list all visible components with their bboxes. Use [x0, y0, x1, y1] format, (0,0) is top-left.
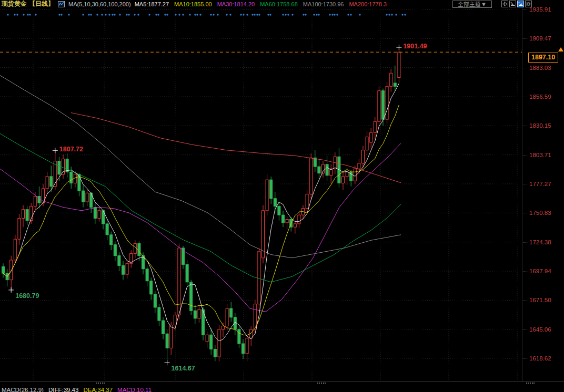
candle	[270, 177, 273, 204]
candle	[290, 217, 293, 231]
event-marker-dot	[240, 14, 241, 15]
event-marker-dot	[16, 14, 18, 15]
candle	[2, 263, 5, 277]
axis-tick-label: 1883.03	[529, 65, 551, 71]
candle	[262, 205, 265, 263]
event-marker-dot	[7, 14, 8, 15]
scale-axis-active-icon[interactable]	[517, 1, 524, 7]
ma-legend-item: MA100:1730.96	[303, 1, 344, 7]
event-marker-dot	[334, 14, 335, 15]
ma-legend-item: MA10:1855.00	[174, 1, 212, 7]
candle	[322, 161, 325, 178]
event-marker-dot	[256, 14, 258, 15]
crosshair-move-icon[interactable]	[501, 1, 508, 7]
candle	[242, 339, 245, 359]
candle	[366, 131, 368, 156]
event-marker-dot	[14, 14, 15, 15]
event-marker-dot	[126, 14, 127, 15]
candle	[346, 168, 348, 185]
pane-divider[interactable]	[0, 381, 564, 382]
event-marker-dot	[347, 14, 349, 15]
candle	[286, 216, 288, 229]
ma-parameters-label: MA(5,10,30,60,100,200)	[68, 1, 131, 7]
candle	[278, 202, 280, 221]
candle	[166, 329, 168, 363]
candle	[250, 326, 253, 346]
axis-tick-label: 1645.06	[529, 326, 551, 333]
all-themes-button[interactable]: 全部主题▼	[452, 1, 492, 8]
candle	[114, 241, 116, 261]
candlestick-chart[interactable]: 1901.491807.721680.791614.67	[0, 7, 522, 381]
event-marker-dot	[178, 14, 180, 15]
event-marker-dot	[305, 14, 306, 15]
candle	[62, 154, 65, 179]
event-marker-dot	[157, 14, 159, 15]
event-marker-dot	[137, 14, 139, 15]
candle	[86, 190, 88, 206]
candle	[154, 291, 156, 313]
current-price-badge: 1897.10	[528, 53, 558, 63]
pan-to-latest-icon[interactable]	[525, 1, 532, 7]
candle	[150, 277, 153, 300]
event-marker-dot	[331, 14, 333, 15]
candle	[378, 86, 380, 127]
event-marker-dot	[61, 14, 62, 15]
candle	[226, 304, 228, 331]
chart-period[interactable]: 【日线】	[29, 0, 54, 8]
event-marker-dot	[182, 14, 184, 15]
candle	[298, 212, 300, 228]
candle	[110, 232, 113, 251]
price-annotation: 1680.79	[15, 292, 39, 300]
event-marker-dot	[388, 14, 390, 15]
event-marker-dot	[155, 14, 157, 15]
axis-tick-label: 1724.38	[529, 239, 551, 245]
candle	[178, 244, 180, 319]
scale-axis-icon[interactable]	[509, 1, 516, 7]
event-marker-dot	[226, 14, 227, 15]
candle	[238, 326, 240, 348]
axis-tick-label: 1830.15	[529, 122, 551, 129]
candle	[374, 117, 376, 139]
candle	[130, 250, 133, 267]
ma10-line	[3, 105, 399, 335]
divider-handle-dots[interactable]	[96, 383, 105, 384]
candle	[26, 206, 28, 225]
price-annotation: 1614.67	[172, 365, 195, 372]
event-marker-dot	[58, 14, 60, 15]
event-marker-dot	[27, 14, 28, 15]
event-marker-dot	[386, 14, 387, 15]
divider-handle-dots[interactable]	[526, 383, 535, 384]
event-marker-dot	[254, 14, 255, 15]
candle	[34, 192, 36, 212]
candle	[246, 335, 248, 361]
price-axis[interactable]: 1935.911909.471883.031856.591830.151803.…	[522, 7, 564, 381]
event-marker-dot	[199, 14, 201, 15]
candle	[314, 150, 316, 172]
event-marker-dot	[329, 14, 330, 15]
macd-value-item: DEA:34.37	[83, 387, 113, 392]
symbol-name: 现货黄金	[2, 0, 27, 8]
event-marker-dot	[134, 14, 135, 15]
candle	[218, 325, 220, 361]
event-marker-dot	[82, 14, 84, 15]
event-marker-dot	[166, 14, 168, 15]
price-up-arrow-icon	[558, 47, 563, 51]
macd-value-item: DIFF:39.43	[48, 387, 79, 392]
event-marker-dot	[68, 14, 69, 15]
candle	[186, 260, 188, 286]
candle	[398, 47, 400, 83]
candle	[94, 203, 96, 224]
candle	[134, 240, 136, 257]
candle	[126, 260, 128, 279]
axis-tick-label: 1671.50	[529, 297, 551, 303]
macd-values: DIFF:39.43DEA:34.37MACD:10.11	[48, 387, 152, 392]
candle	[214, 345, 216, 361]
event-marker-dot	[313, 14, 315, 15]
candle	[198, 306, 200, 323]
event-marker-dot	[269, 14, 271, 15]
divider-handle-dots[interactable]	[317, 383, 326, 384]
candle	[338, 148, 340, 187]
candle	[194, 305, 196, 324]
event-marker-dot	[175, 14, 176, 15]
event-marker-dot	[210, 14, 212, 15]
